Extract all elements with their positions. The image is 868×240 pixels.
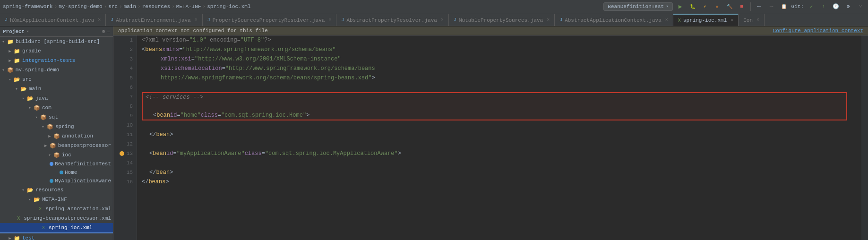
run-with-coverage-button[interactable]: ⚡ <box>700 2 710 11</box>
back-button[interactable]: ← <box>755 2 764 11</box>
sidebar-item-java[interactable]: ▾ 📂 java <box>0 94 113 103</box>
expand-arrow: ▶ <box>46 134 53 139</box>
sidebar-item-label: src <box>22 77 32 82</box>
tab-abstractenvironment[interactable]: J AbstractEnvironment.java × <box>106 14 202 26</box>
tab-mutablepropertysources[interactable]: J MutablePropertySources.java × <box>449 14 555 26</box>
class-icon <box>60 171 63 174</box>
right-gutter <box>861 35 868 240</box>
tab-close[interactable]: × <box>547 17 550 23</box>
tab-close[interactable]: × <box>730 18 733 23</box>
sidebar-item-beandefinitiontest[interactable]: BeanDefinitionTest <box>0 160 113 168</box>
tab-close[interactable]: × <box>665 17 668 23</box>
sidebar-item-beanpostprocessor[interactable]: ▶ 📦 beanpostprocessor <box>0 141 113 150</box>
tab-close[interactable]: × <box>195 17 198 23</box>
tab-propertysources[interactable]: J PropertySourcesPropertyResolver.java × <box>203 14 337 26</box>
configure-link[interactable]: Configure application context <box>773 28 863 34</box>
code-content[interactable]: <?xml version="1.0" encoding="UTF-8"?> <… <box>137 35 861 240</box>
breadcrumb-item-5[interactable]: META-INF <box>176 4 201 9</box>
sidebar-title: Project <box>3 29 25 34</box>
breadcrumb-item-4[interactable]: resources <box>142 4 170 9</box>
code-line-9: <bean id="home" class="com.sqt.spring.io… <box>142 111 847 120</box>
code-line-14 <box>142 158 857 168</box>
code-line-8 <box>142 102 847 111</box>
expand-arrow: ▾ <box>26 197 33 202</box>
sidebar-item-resources[interactable]: ▾ 📂 resources <box>0 185 113 195</box>
tab-abstractapplicationcontext[interactable]: J AbstractApplicationContext.java × <box>555 14 673 26</box>
xml-icon: X <box>40 224 47 231</box>
sidebar-item-spring-ioc-xml[interactable]: X spring-ioc.xml <box>0 223 113 233</box>
sidebar-item-src[interactable]: ▾ 📂 src <box>0 75 113 84</box>
code-line-10 <box>142 120 857 130</box>
sidebar-item-test[interactable]: ▶ 📁 test <box>0 233 113 240</box>
tab-close[interactable]: × <box>756 17 759 23</box>
sidebar-item-com[interactable]: ▾ 📦 com <box>0 103 113 112</box>
expand-arrow: ▾ <box>33 115 40 120</box>
run-button[interactable]: ▶ <box>676 2 685 11</box>
line-numbers: 1 2 3 4 5 6 7 8 9 10 11 12 13 14 <box>113 35 137 240</box>
collapse-icon[interactable]: ≡ <box>107 28 110 34</box>
settings-icon[interactable]: ⚙ <box>843 2 853 11</box>
editor-tabs: J hXmlApplicationContext.java × J Abstra… <box>0 13 868 26</box>
warning-gutter-icon <box>120 151 124 156</box>
sidebar-item-spring-annotation-xml[interactable]: X spring-annotation.xml <box>0 204 113 214</box>
code-line-2: <beans xmlns="http://www.springframework… <box>142 45 857 54</box>
help-icon[interactable]: ? <box>856 2 865 11</box>
sidebar-item-label: my-spring-demo <box>16 67 59 73</box>
profile-button[interactable]: ◈ <box>713 2 722 11</box>
sidebar-item-myapplicationaware[interactable]: MyApplicationAware <box>0 177 113 185</box>
code-editor[interactable]: 1 2 3 4 5 6 7 8 9 10 11 12 13 14 <box>113 35 868 240</box>
breadcrumb-item-6[interactable]: spring-ioc.xml <box>207 4 250 9</box>
sidebar-item-annotation[interactable]: ▶ 📦 annotation <box>0 131 113 141</box>
tab-label: AbstractPropertyResolver.java <box>346 17 437 23</box>
sidebar-item-label: resources <box>35 187 63 193</box>
sidebar-header: Project ▾ ⚙ ≡ <box>0 26 113 37</box>
clock-icon[interactable]: 🕐 <box>831 2 841 11</box>
build-button[interactable]: 🔨 <box>725 2 734 11</box>
xml-icon: X <box>36 206 44 212</box>
breadcrumb-item-1[interactable]: my-spring-demo <box>59 4 102 9</box>
tab-icon-java: J <box>559 17 562 23</box>
tab-label: PropertySourcesPropertyResolver.java <box>213 17 325 23</box>
tab-close[interactable]: × <box>98 17 101 23</box>
breadcrumb-item-2[interactable]: src <box>108 4 118 9</box>
tab-con[interactable]: Con × <box>739 14 765 26</box>
stop-button[interactable]: ■ <box>737 2 747 11</box>
git-push-icon[interactable]: ↑ <box>819 2 828 11</box>
sidebar-item-main[interactable]: ▾ 📂 main <box>0 84 113 94</box>
sidebar-item-gradle[interactable]: ▶ 📁 gradle <box>0 46 113 56</box>
debug-button[interactable]: 🐛 <box>688 2 697 11</box>
folder-icon: 📁 <box>7 38 14 45</box>
line-num-6: 6 <box>115 83 133 92</box>
sidebar-item-buildsrc[interactable]: ▾ 📁 buildSrc [spring-build-src] <box>0 37 113 46</box>
sidebar-item-ioc[interactable]: ▾ 📦 ioc <box>0 150 113 160</box>
sidebar-item-home[interactable]: Home <box>0 168 113 177</box>
sidebar-item-label: ioc <box>62 152 71 158</box>
line-num-12: 12 <box>115 139 133 149</box>
tab-abstractpropertyresolver[interactable]: J AbstractPropertyResolver.java × <box>336 14 448 26</box>
forward-button[interactable]: → <box>767 2 776 11</box>
line-num-1: 1 <box>115 35 133 45</box>
settings-icon[interactable]: ⚙ <box>102 28 105 34</box>
tab-close[interactable]: × <box>441 17 444 23</box>
tab-close[interactable]: × <box>328 17 331 23</box>
run-config[interactable]: BeanDefinitionTest ▾ <box>603 2 672 11</box>
git-commit-icon[interactable]: ✓ <box>807 2 816 11</box>
folder-icon: 📂 <box>13 76 21 83</box>
sidebar-item-label: spring-annotation.xml <box>45 206 111 212</box>
line-num-16: 16 <box>115 177 133 187</box>
sidebar-item-label: spring <box>55 124 74 129</box>
sidebar-item-my-spring-demo[interactable]: ▾ 📦 my-spring-demo <box>0 65 113 75</box>
recent-files-button[interactable]: 📋 <box>779 2 789 11</box>
tab-label: Con <box>743 17 753 23</box>
breadcrumb-item-0[interactable]: spring-framework <box>3 4 53 9</box>
sidebar-item-spring[interactable]: ▾ 📦 spring <box>0 122 113 131</box>
sidebar-item-sqt[interactable]: ▾ 📦 sqt <box>0 112 113 122</box>
breadcrumb-item-3[interactable]: main <box>124 4 136 9</box>
tab-spring-ioc-xml[interactable]: X spring-ioc.xml × <box>673 14 739 26</box>
sidebar-item-spring-beanpostprocessor-xml[interactable]: X spring-beanpostprocessor.xml <box>0 214 113 223</box>
package-icon: 📦 <box>53 152 60 158</box>
tab-hxmlapplicationcontext[interactable]: J hXmlApplicationContext.java × <box>0 14 106 26</box>
sidebar-item-integration-tests[interactable]: ▶ 📁 integration-tests <box>0 56 113 65</box>
sidebar-item-meta-inf[interactable]: ▾ 📂 META-INF <box>0 195 113 204</box>
folder-icon: 📁 <box>13 57 21 64</box>
